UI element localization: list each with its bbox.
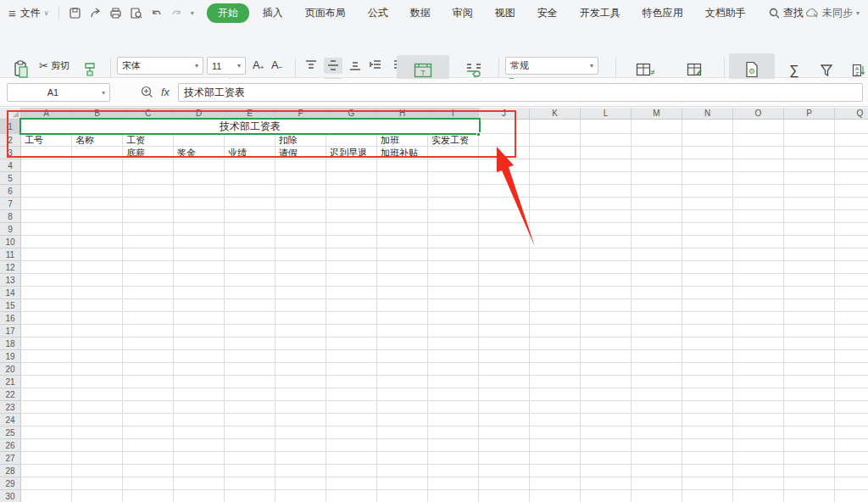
name-box[interactable]: A1 ▾ — [7, 83, 110, 102]
search-icon — [769, 8, 780, 19]
fx-label[interactable]: fx — [161, 86, 170, 98]
column-header-O[interactable]: O — [733, 108, 784, 120]
row-header-28[interactable]: 28 — [0, 465, 21, 477]
font-name-select[interactable]: 宋体▾ — [117, 57, 203, 75]
insert-function-icon[interactable] — [141, 86, 153, 101]
align-bottom-icon — [348, 59, 362, 73]
row-header-30[interactable]: 30 — [0, 490, 21, 502]
conditional-format-icon: ≠ — [636, 63, 654, 78]
menu-tab-数据[interactable]: 数据 — [402, 3, 439, 23]
spreadsheet-grid: ABCDEFGHIJKLMNOPQ 1234567891011121314151… — [0, 108, 868, 502]
file-menu-caret-icon[interactable]: ∨ — [44, 9, 49, 17]
svg-text:≠: ≠ — [650, 67, 654, 77]
column-header-L[interactable]: L — [581, 108, 632, 120]
menu-tab-视图[interactable]: 视图 — [487, 3, 524, 23]
decrease-indent-button[interactable] — [366, 58, 385, 74]
decrease-indent-icon — [369, 59, 382, 73]
row-header-5[interactable]: 5 — [0, 172, 21, 185]
row-header-6[interactable]: 6 — [0, 185, 21, 198]
format-painter-icon — [81, 61, 98, 78]
row-header-16[interactable]: 16 — [0, 312, 21, 325]
row-header-22[interactable]: 22 — [0, 388, 21, 401]
row-header-12[interactable]: 12 — [0, 261, 21, 274]
divider — [58, 6, 59, 20]
print-icon[interactable] — [108, 5, 124, 20]
file-menu[interactable]: 文件 — [20, 6, 41, 20]
row-header-11[interactable]: 11 — [0, 248, 21, 261]
menu-tab-开发工具[interactable]: 开发工具 — [571, 3, 629, 23]
row-header-21[interactable]: 21 — [0, 376, 21, 388]
column-header-P[interactable]: P — [784, 108, 835, 120]
sort-icon: AZ — [852, 64, 865, 77]
hamburger-icon[interactable]: ≡ — [8, 6, 16, 20]
menu-tab-文档助手[interactable]: 文档助手 — [697, 3, 754, 23]
save-icon[interactable] — [68, 5, 83, 20]
formula-input[interactable]: 技术部工资表 — [178, 83, 863, 102]
menu-tab-页面布局[interactable]: 页面布局 — [297, 3, 354, 23]
row-header-14[interactable]: 14 — [0, 287, 21, 299]
align-top-icon — [304, 59, 318, 73]
sigma-icon: ∑ — [789, 63, 798, 78]
row-header-24[interactable]: 24 — [0, 414, 21, 427]
align-bottom-button[interactable] — [346, 58, 364, 74]
menu-tabs: 开始插入页面布局公式数据审阅视图安全开发工具特色应用文档助手 — [204, 3, 757, 23]
row-header-15[interactable]: 15 — [0, 299, 21, 312]
merge-center-icon: T — [414, 63, 432, 78]
row-header-20[interactable]: 20 — [0, 363, 21, 376]
sync-status[interactable]: 未同步 ▾ — [805, 0, 863, 25]
print-preview-icon[interactable] — [129, 5, 144, 20]
menu-tab-开始[interactable]: 开始 — [207, 3, 249, 23]
ribbon-toolbar: 粘贴 ▾ ✂ 剪切 复制 格式刷 宋体▾ 11▾ A+ A− B I U ▾ — [0, 25, 868, 78]
row-header-23[interactable]: 23 — [0, 401, 21, 414]
row-header-7[interactable]: 7 — [0, 198, 21, 210]
row-header-10[interactable]: 10 — [0, 236, 21, 248]
menu-tab-安全[interactable]: 安全 — [529, 3, 566, 23]
search-menu[interactable]: 查找 — [769, 6, 804, 20]
formula-content: 技术部工资表 — [184, 86, 245, 100]
row-header-9[interactable]: 9 — [0, 223, 21, 236]
export-icon[interactable] — [88, 5, 103, 20]
increase-font-button[interactable]: A+ — [253, 59, 264, 71]
menu-tab-插入[interactable]: 插入 — [254, 3, 292, 23]
row-header-26[interactable]: 26 — [0, 439, 21, 452]
menu-tab-特色应用[interactable]: 特色应用 — [634, 3, 692, 23]
wrap-text-icon — [465, 63, 482, 78]
number-format-select[interactable]: 常规▾ — [505, 57, 598, 75]
row-header-19[interactable]: 19 — [0, 350, 21, 363]
quick-access-caret-icon[interactable]: ▾ — [191, 9, 194, 17]
svg-text:T: T — [420, 68, 426, 76]
filter-icon — [820, 64, 833, 77]
cell-reference: A1 — [8, 87, 98, 98]
align-top-button[interactable] — [302, 58, 320, 74]
menu-bar: ≡ 文件 ∨ ▾ 开始插入页面布局公式数据审阅视图安全开发工具特色应用文档助手 … — [0, 0, 868, 25]
align-middle-icon — [326, 59, 340, 73]
row-header-18[interactable]: 18 — [0, 337, 21, 350]
undo-icon[interactable] — [149, 5, 164, 20]
column-header-Q[interactable]: Q — [835, 108, 868, 120]
svg-text:Z: Z — [855, 70, 859, 75]
grid-hlines — [21, 133, 868, 502]
menu-tab-审阅[interactable]: 审阅 — [444, 3, 481, 23]
cut-button[interactable]: ✂ 剪切 — [39, 59, 70, 72]
svg-text:⚙: ⚙ — [748, 67, 755, 75]
column-header-K[interactable]: K — [530, 108, 581, 120]
row-header-13[interactable]: 13 — [0, 274, 21, 287]
cloud-offline-icon — [805, 8, 819, 18]
table-style-icon — [687, 63, 705, 78]
column-header-M[interactable]: M — [632, 108, 682, 120]
row-header-8[interactable]: 8 — [0, 210, 21, 223]
row-header-4[interactable]: 4 — [0, 159, 21, 172]
row-header-27[interactable]: 27 — [0, 452, 21, 465]
decrease-font-button[interactable]: A− — [271, 59, 282, 71]
row-header-25[interactable]: 25 — [0, 427, 21, 439]
menu-tab-公式[interactable]: 公式 — [359, 3, 397, 23]
wps-spreadsheet-window: ≡ 文件 ∨ ▾ 开始插入页面布局公式数据审阅视图安全开发工具特色应用文档助手 … — [0, 0, 868, 502]
doc-assistant-icon: ⚙ — [744, 61, 760, 78]
align-middle-button[interactable] — [324, 58, 342, 74]
row-header-17[interactable]: 17 — [0, 325, 21, 337]
scissors-icon: ✂ — [39, 59, 48, 72]
redo-icon[interactable] — [170, 5, 185, 20]
column-header-N[interactable]: N — [682, 108, 733, 120]
row-header-29[interactable]: 29 — [0, 477, 21, 490]
font-size-select[interactable]: 11▾ — [207, 57, 246, 75]
